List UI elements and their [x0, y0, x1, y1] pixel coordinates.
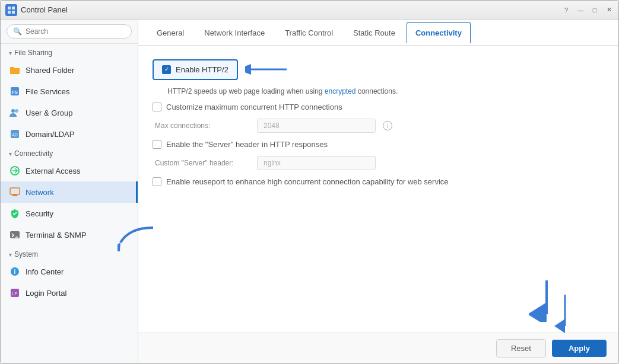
tab-connectivity[interactable]: Connectivity [407, 22, 471, 43]
custom-server-header-input[interactable] [257, 156, 376, 170]
user-group-icon [9, 107, 21, 119]
apply-button[interactable]: Apply [552, 340, 607, 357]
svg-text:LP: LP [12, 292, 18, 296]
custom-server-header-row: Custom "Server" header: [155, 156, 604, 170]
server-header-label: Enable the "Server" header in HTTP respo… [166, 140, 328, 149]
arrow-annotation-left [245, 58, 293, 81]
sidebar-item-login-portal[interactable]: LP Login Portal [1, 282, 138, 304]
security-icon [9, 207, 21, 219]
tab-network-interface[interactable]: Network Interface [195, 22, 274, 43]
info-icon[interactable]: i [383, 121, 392, 130]
enable-http2-container: Enable HTTP/2 [153, 59, 238, 80]
svg-rect-11 [10, 188, 20, 194]
footer: Reset Apply [138, 333, 618, 363]
arrow-left-svg [245, 58, 293, 81]
max-connections-row: Max connections: i [155, 119, 604, 133]
app-icon [5, 4, 17, 16]
sidebar-item-network[interactable]: Network [1, 181, 138, 203]
reset-button[interactable]: Reset [496, 339, 546, 357]
http2-checkbox[interactable] [162, 65, 171, 74]
search-icon: 🔍 [13, 27, 22, 36]
close-button[interactable]: ✕ [604, 5, 614, 15]
maximize-button[interactable]: □ [590, 5, 599, 15]
svg-rect-12 [10, 231, 20, 238]
chevron-down-icon: ▾ [9, 50, 12, 56]
sidebar-item-file-services[interactable]: FS File Services [1, 81, 138, 102]
window-title: Control Panel [21, 5, 561, 14]
settings-body: Enable HTTP/2 [138, 46, 618, 333]
chevron-down-icon-3: ▾ [9, 251, 12, 258]
section-connectivity-header[interactable]: ▾ Connectivity [1, 145, 138, 160]
sidebar-label-network: Network [26, 188, 54, 197]
section-file-sharing-header[interactable]: ▾ File Sharing [1, 44, 138, 59]
max-connections-input[interactable] [257, 119, 376, 133]
domain-icon: AD [9, 128, 21, 140]
tab-general[interactable]: General [148, 22, 193, 43]
custom-server-header-label: Custom "Server" header: [155, 159, 250, 167]
external-access-icon [9, 165, 21, 177]
sidebar-label-domain-ldap: Domain/LDAP [26, 130, 74, 139]
reuseport-row[interactable]: Enable reuseport to enhance high concurr… [153, 177, 604, 186]
terminal-icon [9, 229, 21, 241]
tab-static-route[interactable]: Static Route [344, 22, 404, 43]
section-system-label: System [14, 250, 38, 258]
sidebar-search-area: 🔍 [1, 20, 138, 44]
control-panel-window: Control Panel ? — □ ✕ 🔍 ▾ File Sharing [0, 0, 619, 364]
tab-traffic-control[interactable]: Traffic Control [276, 22, 342, 43]
sidebar-item-info-center[interactable]: i Info Center [1, 261, 138, 282]
svg-text:i: i [14, 269, 16, 275]
svg-text:FS: FS [12, 90, 18, 95]
section-file-sharing: ▾ File Sharing Shared Folder [1, 44, 138, 145]
svg-text:AD: AD [12, 133, 18, 137]
minimize-button[interactable]: — [576, 5, 585, 15]
sidebar-item-terminal-snmp[interactable]: Terminal & SNMP [1, 224, 138, 245]
folder-icon [9, 64, 21, 76]
customize-connections-row[interactable]: Customize maximum concurrent HTTP connec… [153, 103, 604, 111]
section-file-sharing-label: File Sharing [14, 49, 52, 57]
sidebar-label-terminal-snmp: Terminal & SNMP [26, 231, 87, 240]
search-input[interactable] [26, 27, 125, 36]
search-box[interactable]: 🔍 [7, 24, 132, 39]
section-system: ▾ System i Info Center [1, 245, 138, 304]
highlight-encrypted: encrypted [325, 87, 356, 95]
reuseport-label: Enable reuseport to enhance high concurr… [166, 177, 449, 186]
sidebar-label-external-access: External Access [26, 167, 81, 175]
reuseport-highlight-2: concurrent connection capability [284, 177, 395, 186]
svg-rect-3 [12, 11, 15, 14]
sidebar-label-security: Security [26, 209, 53, 218]
login-portal-icon: LP [9, 287, 21, 299]
sidebar-item-security[interactable]: Security [1, 203, 138, 224]
customize-connections-checkbox[interactable] [153, 103, 161, 111]
section-system-header[interactable]: ▾ System [1, 245, 138, 261]
svg-rect-2 [8, 11, 11, 14]
reuseport-highlight-1: reuseport [192, 177, 225, 186]
svg-rect-1 [12, 7, 15, 9]
sidebar-item-user-group[interactable]: User & Group [1, 102, 138, 123]
network-icon [9, 186, 21, 198]
section-connectivity: ▾ Connectivity External Access [1, 145, 138, 245]
window-controls: ? — □ ✕ [561, 5, 614, 15]
sidebar: 🔍 ▾ File Sharing Shared Folder [1, 20, 138, 363]
sidebar-item-shared-folder[interactable]: Shared Folder [1, 59, 138, 81]
server-header-checkbox[interactable] [153, 140, 161, 149]
info-center-icon: i [9, 266, 21, 277]
help-button[interactable]: ? [561, 5, 571, 15]
svg-rect-0 [8, 7, 11, 9]
file-services-icon: FS [9, 85, 21, 97]
max-connections-label: Max connections: [155, 122, 250, 130]
tab-bar: General Network Interface Traffic Contro… [138, 20, 618, 46]
sidebar-label-shared-folder: Shared Folder [26, 66, 74, 75]
sidebar-label-login-portal: Login Portal [26, 289, 66, 298]
svg-point-6 [11, 109, 15, 113]
sidebar-label-file-services: File Services [26, 87, 69, 96]
reuseport-checkbox[interactable] [153, 177, 161, 186]
sidebar-label-info-center: Info Center [26, 267, 64, 276]
content-area: General Network Interface Traffic Contro… [138, 20, 618, 363]
titlebar: Control Panel ? — □ ✕ [1, 1, 618, 20]
http2-label: Enable HTTP/2 [176, 65, 228, 74]
main-layout: 🔍 ▾ File Sharing Shared Folder [1, 20, 618, 363]
sidebar-item-domain-ldap[interactable]: AD Domain/LDAP [1, 123, 138, 145]
server-header-row[interactable]: Enable the "Server" header in HTTP respo… [153, 140, 604, 149]
sidebar-item-external-access[interactable]: External Access [1, 160, 138, 181]
chevron-down-icon-2: ▾ [9, 151, 12, 157]
